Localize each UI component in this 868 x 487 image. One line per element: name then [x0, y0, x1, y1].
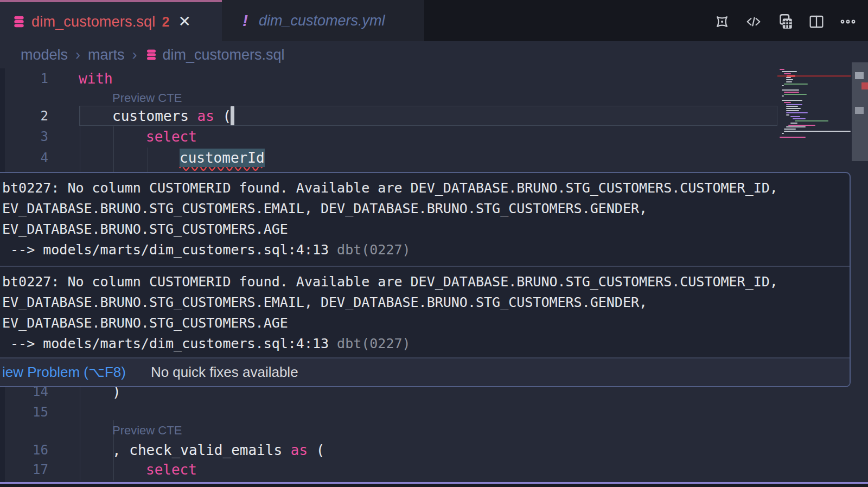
minimap-code-line [782, 85, 784, 86]
code-line-2[interactable]: 2customers as ( [0, 106, 777, 126]
more-actions-icon[interactable] [839, 12, 857, 31]
code-line-17[interactable]: 17select [0, 459, 777, 480]
code-segment: as [291, 442, 308, 458]
minimap-code-line [786, 104, 802, 105]
error-message-line: EV_DATABASE.BRUNO.STG_CUSTOMERS.AGE [2, 313, 846, 334]
tab-label: dim_customers.sql [31, 14, 155, 30]
breadcrumb-marts[interactable]: marts [88, 47, 125, 63]
panel-edge [0, 484, 868, 487]
error-message-line: bt0227: No column CUSTOMERID found. Avai… [2, 178, 846, 198]
code-segment: , check_valid_emails [112, 442, 291, 458]
code-line-1[interactable]: 1with [0, 68, 777, 89]
minimap-code-line [793, 118, 806, 119]
minimap-code-line [786, 77, 791, 78]
code-text: with [79, 68, 113, 89]
minimap-code-line [784, 94, 807, 95]
dbt-icon[interactable] [713, 12, 731, 31]
code-text: customerId [180, 148, 265, 168]
tab-dim-customers-sql[interactable]: dim_customers.sql 2 ✕ [0, 0, 222, 41]
no-quick-fixes-label: No quick fixes available [151, 364, 298, 381]
minimap-code-line [782, 71, 797, 72]
code-text: select [146, 459, 197, 480]
error-message-line: EV_DATABASE.BRUNO.STG_CUSTOMERS.EMAIL, D… [2, 292, 846, 313]
minimap-code-line [784, 92, 799, 93]
minimap-code-line [786, 81, 792, 82]
code-text: customers as ( [112, 106, 231, 126]
close-icon[interactable]: ✕ [178, 14, 190, 29]
minimap-code-line [790, 123, 797, 124]
text-cursor [231, 106, 234, 125]
overview-ruler-marker [855, 107, 864, 114]
line-number: 1 [0, 68, 48, 89]
code-icon[interactable] [744, 12, 763, 31]
minimap-code-line [784, 84, 808, 85]
minimap-code-line [782, 100, 802, 101]
code-line-16[interactable]: 16, check_valid_emails as ( [0, 440, 777, 460]
error-code: dbt(0227) [329, 336, 411, 351]
minimap-code-line [786, 112, 808, 113]
minimap-code-line [786, 108, 801, 109]
editor-window: dim_customers.sql 2 ✕ ! dim_customers.ym… [0, 0, 868, 487]
occurrence-highlight: customerId [180, 150, 265, 166]
minimap-code-line [784, 129, 796, 130]
breadcrumb-file[interactable]: dim_customers.sql [145, 47, 285, 63]
editor-actions [713, 8, 857, 36]
breadcrumb-separator: › [75, 47, 80, 63]
minimap-code-line [795, 120, 828, 121]
code-segment: select [146, 129, 197, 145]
code-segment: select [146, 462, 197, 478]
error-hover-popup: bt0227: No column CUSTOMERID found. Avai… [0, 172, 851, 387]
breadcrumb-models[interactable]: models [21, 47, 68, 63]
code-segment: ( [308, 442, 324, 458]
minimap-code-line [784, 131, 851, 132]
overview-ruler-marker [861, 82, 868, 89]
tab-label: dim_customers.yml [259, 12, 385, 29]
view-problem-link[interactable]: iew Problem (⌥F8) [2, 364, 126, 381]
database-icon [12, 15, 26, 29]
breadcrumb-file-label: dim_customers.sql [163, 47, 285, 63]
minimap-code-line [780, 69, 784, 70]
warning-icon: ! [242, 11, 248, 30]
minimap-code-line [786, 126, 806, 127]
error-message-line: bt0227: No column CUSTOMERID found. Avai… [2, 272, 846, 292]
code-line-3[interactable]: 3select [0, 126, 777, 147]
code-segment: ( [214, 108, 231, 124]
query-results-icon[interactable] [776, 12, 794, 31]
code-segment: as [197, 108, 214, 124]
tab-problem-count-badge: 2 [162, 14, 169, 30]
minimap-code-line [790, 116, 800, 117]
line-number: 16 [0, 440, 48, 460]
codelens-preview-cte[interactable]: Preview CTE [112, 424, 182, 438]
tab-dim-customers-yml[interactable]: ! dim_customers.yml [222, 0, 424, 41]
minimap-code-line [782, 89, 799, 91]
codelens-preview-cte[interactable]: Preview CTE [112, 91, 182, 105]
database-icon [145, 48, 158, 61]
minimap-code-line [786, 110, 799, 111]
overview-ruler-marker [855, 72, 864, 79]
line-number: 2 [0, 106, 48, 126]
minimap-code-line [782, 95, 784, 97]
error-message-line: EV_DATABASE.BRUNO.STG_CUSTOMERS.EMAIL, D… [2, 198, 846, 219]
code-line-4[interactable]: 4customerId [0, 148, 777, 168]
breadcrumb: models › marts › dim_customers.sql [0, 41, 868, 68]
minimap-code-line [786, 106, 798, 107]
minimap-code-line [782, 133, 784, 134]
minimap-code-line [780, 137, 806, 138]
line-number: 4 [0, 148, 48, 168]
minimap-code-line [786, 114, 789, 116]
code-text: select [146, 126, 197, 147]
line-number: 15 [0, 402, 48, 422]
error-location-line: --> models/marts/dim_customers.sql:4:13 … [2, 240, 846, 260]
scrollbar[interactable] [852, 62, 868, 161]
error-location-line: --> models/marts/dim_customers.sql:4:13 … [2, 334, 846, 354]
error-code: dbt(0227) [329, 242, 411, 258]
minimap-code-line [786, 79, 793, 80]
code-line-15[interactable]: 15 [0, 402, 777, 422]
code-segment: with [79, 71, 113, 87]
error-message-block: bt0227: No column CUSTOMERID found. Avai… [0, 173, 850, 266]
minimap[interactable] [777, 65, 851, 144]
error-message-block: bt0227: No column CUSTOMERID found. Avai… [0, 267, 850, 360]
minimap-code-line [784, 102, 791, 103]
split-editor-icon[interactable] [807, 12, 826, 31]
error-message-line: EV_DATABASE.BRUNO.STG_CUSTOMERS.AGE [2, 219, 846, 240]
